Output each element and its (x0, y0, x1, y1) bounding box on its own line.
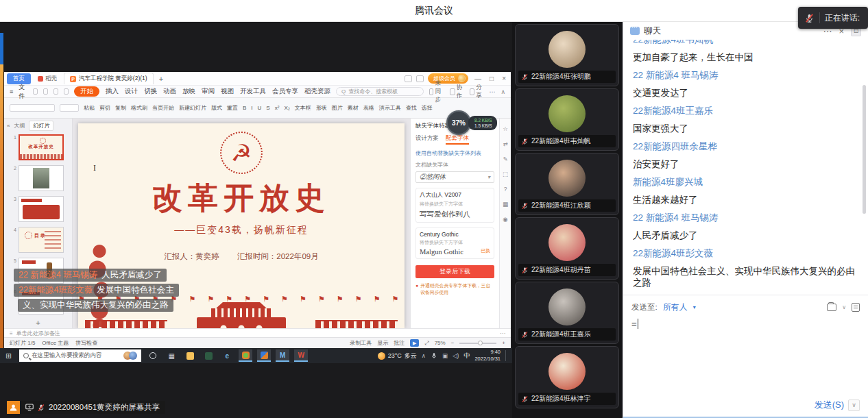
tray-mic-icon[interactable] (431, 352, 437, 359)
collapse-panel-icon[interactable]: « (7, 123, 10, 129)
notification-center-edge[interactable] (505, 350, 509, 361)
performance-widget[interactable]: 37% 8.2 KB/S 1.5 KB/S (446, 110, 497, 135)
login-download-button[interactable]: 登录后下载 (415, 265, 494, 278)
participant-tile[interactable]: 22新能源4班林津宇 (515, 346, 619, 408)
pane-icon[interactable]: ✎ (501, 154, 510, 163)
toolbar-button[interactable]: U (258, 105, 262, 111)
taskbar-clock[interactable]: 9:40 2022/10/31 (474, 349, 501, 362)
redo-icon[interactable] (64, 88, 69, 95)
ribbon-tab[interactable]: 开发工具 (240, 87, 266, 96)
missing-font-field[interactable]: ②悠闲体 ▾ (415, 171, 494, 183)
font-size-combo[interactable] (60, 104, 79, 112)
toolbar-button[interactable]: 复制 (115, 104, 126, 112)
chat-scrollbar[interactable] (863, 85, 866, 214)
spellcheck-label[interactable]: 拼写检查 (75, 339, 97, 347)
toolbar-button[interactable]: 查找 (406, 104, 417, 112)
ribbon-tab[interactable]: 设计 (125, 87, 138, 96)
edge-browser-icon[interactable]: e (220, 349, 234, 362)
font-name-combo[interactable] (10, 104, 55, 112)
zoom-slider[interactable] (459, 343, 496, 344)
ribbon-tab[interactable]: 切换 (144, 87, 157, 96)
more-icon[interactable]: ⋯ (489, 88, 495, 95)
zoom-out-button[interactable]: − (451, 340, 455, 346)
wechat-icon[interactable] (239, 349, 252, 362)
pane-icon[interactable]: ▦ (501, 199, 510, 208)
wps-app-icon[interactable]: W (294, 349, 308, 362)
toolbar-button[interactable]: B (243, 105, 246, 111)
pane-icon[interactable]: ⇄ (501, 139, 510, 148)
send-to-select[interactable]: 所有人 (663, 302, 688, 313)
ribbon-tab[interactable]: 审阅 (202, 87, 215, 96)
zoom-in-button[interactable]: + (502, 340, 505, 346)
collab-action[interactable]: 协作 (450, 84, 464, 100)
slide-thumbnail[interactable]: 目录 (19, 227, 64, 253)
file-explorer-icon[interactable] (183, 349, 197, 362)
toolbar-button[interactable]: x² (275, 105, 280, 111)
tray-network-icon[interactable]: ▣ (442, 352, 448, 359)
toolbar-button[interactable]: I (251, 105, 252, 111)
chevron-down-icon[interactable]: ∨ (842, 304, 846, 310)
toolbar-button[interactable]: 素材 (348, 104, 359, 112)
outline-tab[interactable]: 大纲 (14, 122, 25, 130)
ribbon-tab[interactable]: 开始 (74, 86, 99, 97)
chat-history-icon[interactable] (827, 304, 836, 311)
announcement-icon[interactable] (852, 303, 860, 312)
toolbar-button[interactable]: 新建幻灯片 (179, 104, 206, 112)
participant-tile[interactable]: 22新能源4班胡丹苗 (515, 217, 619, 280)
toolbar-button[interactable]: 形状 (316, 104, 327, 112)
pane-icon[interactable]: ☆ (501, 124, 510, 133)
layout-icon[interactable] (405, 75, 412, 82)
toolbar-button[interactable]: 图片 (332, 104, 343, 112)
collab-action[interactable]: 未同步 (429, 79, 444, 104)
toolbar-button[interactable]: X₂ (284, 105, 289, 111)
auto-replace-link[interactable]: 使用自动替换缺失字体列表 (415, 149, 494, 157)
ribbon-tab[interactable]: 插入 (106, 87, 119, 96)
toolbar-button[interactable]: 演示工具 (379, 104, 401, 112)
pane-icon[interactable]: ⬚ (501, 169, 510, 178)
ribbon-tab[interactable]: 放映 (182, 87, 195, 96)
grid-icon[interactable] (416, 75, 424, 82)
chat-input[interactable]: = (623, 313, 868, 334)
hamburger-icon[interactable]: ≡ (10, 88, 13, 95)
participant-tile[interactable]: 22新能源4班王嘉乐 (515, 282, 619, 344)
weather-widget[interactable]: 23°C 多云 (378, 352, 417, 360)
slide-thumbnail[interactable]: 改革开放史 (19, 134, 64, 160)
save-icon[interactable] (33, 88, 38, 95)
pane-icon[interactable]: ◉ (501, 214, 510, 223)
recycle-app-icon[interactable] (202, 349, 215, 362)
pane-icon[interactable]: ? (501, 184, 510, 193)
file-menu[interactable]: 文件 (19, 83, 27, 101)
ribbon-tab[interactable]: 视图 (221, 87, 234, 96)
cpu-percent-ball[interactable]: 37% (446, 110, 471, 135)
font-card[interactable]: Century Gothic 将替换缺失下方字体 Malgun Gothic 已… (415, 228, 494, 259)
collab-action[interactable]: 分享 (470, 84, 484, 100)
toolbar-button[interactable]: 当页开始 (152, 104, 174, 112)
record-tool-button[interactable]: 录制工具 (350, 339, 372, 347)
input-language[interactable]: 中 (463, 352, 470, 360)
ribbon-tab[interactable]: 稻壳资源 (304, 87, 330, 96)
task-view-icon[interactable]: ▦ (165, 349, 178, 362)
tray-volume-icon[interactable]: ◁) (453, 352, 459, 359)
toolbar-button[interactable]: 剪切 (99, 104, 110, 112)
wps-close-button[interactable]: × (500, 75, 508, 82)
send-options-icon[interactable]: ∨ (848, 399, 860, 411)
slideshow-play-button[interactable]: ▶ (410, 339, 419, 347)
toolbar-button[interactable]: 选择 (422, 104, 433, 112)
undo-icon[interactable] (53, 88, 58, 95)
participant-tile[interactable]: 22新能源4班韦灿帆 (515, 88, 619, 151)
command-search-box[interactable]: Q查找命令、搜索模板 (336, 87, 424, 96)
send-button[interactable]: 发送(S) (815, 399, 844, 411)
comment-button[interactable]: 批注 (394, 339, 405, 347)
ribbon-tab[interactable]: 会员专享 (272, 87, 298, 96)
design-scheme-tab[interactable]: 设计方案 (415, 134, 439, 145)
notes-bar[interactable]: ≡ 单击此处添加备注 ⋯ (4, 328, 511, 337)
notes-more-icon[interactable]: ⋯ (500, 330, 505, 336)
meeting-app-icon[interactable]: M (276, 349, 289, 362)
fit-icon[interactable]: ⤢ (424, 340, 429, 347)
participant-tile[interactable]: 22新能源4班张明鹏 (515, 24, 619, 86)
wps-docer-tab[interactable]: 稻壳 (34, 73, 61, 84)
font-card[interactable]: 八大山人 V2007 将替换缺失下方字体 写写爱创作到八 (415, 188, 494, 223)
toolbar-button[interactable]: 文本框 (295, 104, 311, 112)
cortana-icon[interactable] (146, 349, 160, 362)
slide-thumbnail[interactable] (19, 196, 64, 222)
